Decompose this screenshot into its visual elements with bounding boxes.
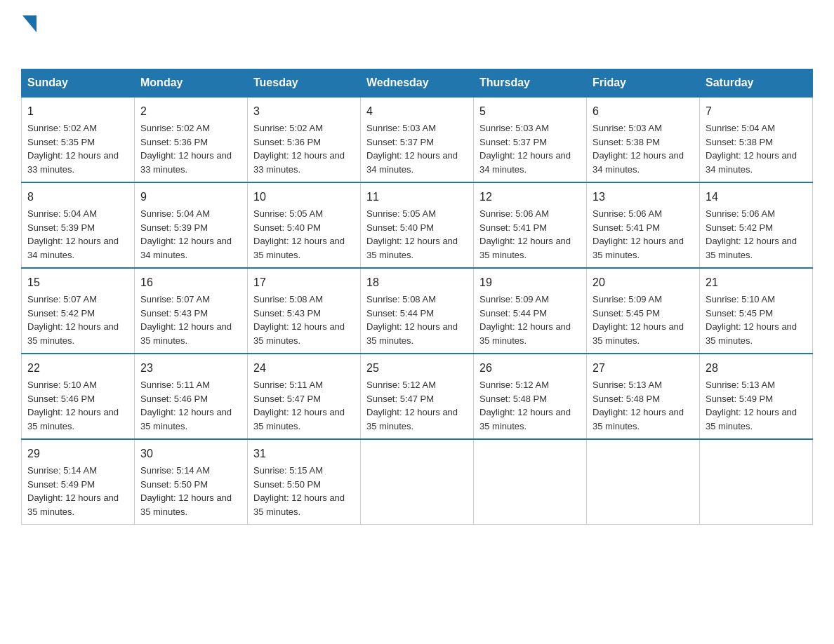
day-number: 31 [253,445,355,462]
header-tuesday: Tuesday [248,69,361,98]
sunset-text: Sunset: 5:48 PM [479,394,547,404]
sunset-text: Sunset: 5:45 PM [593,308,660,318]
sunset-text: Sunset: 5:49 PM [706,394,773,404]
sunset-text: Sunset: 5:43 PM [253,308,321,318]
sunset-text: Sunset: 5:40 PM [366,222,434,233]
calendar-cell: 17Sunrise: 5:08 AMSunset: 5:43 PMDayligh… [248,268,361,354]
daylight-text: Daylight: 12 hours and 35 minutes. [479,321,571,346]
calendar-cell [361,439,474,525]
day-number: 24 [253,360,355,377]
daylight-text: Daylight: 12 hours and 35 minutes. [366,407,458,431]
sunrise-text: Sunrise: 5:08 AM [366,294,436,304]
daylight-text: Daylight: 12 hours and 35 minutes. [140,321,232,346]
calendar-cell: 27Sunrise: 5:13 AMSunset: 5:48 PMDayligh… [587,354,700,439]
logo-triangle-icon [22,15,37,32]
calendar-cell [474,439,587,525]
sunset-text: Sunset: 5:45 PM [706,308,773,318]
calendar-cell: 24Sunrise: 5:11 AMSunset: 5:47 PMDayligh… [248,354,361,439]
sunrise-text: Sunrise: 5:11 AM [140,380,210,390]
day-number: 11 [366,189,468,206]
sunrise-text: Sunrise: 5:03 AM [479,123,549,133]
calendar-week-row: 1Sunrise: 5:02 AMSunset: 5:35 PMDaylight… [22,97,813,182]
day-number: 22 [27,360,128,377]
sunset-text: Sunset: 5:44 PM [479,308,547,318]
daylight-text: Daylight: 12 hours and 35 minutes. [27,407,119,431]
daylight-text: Daylight: 12 hours and 35 minutes. [593,407,684,431]
page-header [21,14,813,55]
day-number: 7 [706,103,807,120]
sunrise-text: Sunrise: 5:03 AM [593,123,662,133]
sunset-text: Sunset: 5:47 PM [366,394,434,404]
day-number: 4 [366,103,468,120]
calendar-cell: 16Sunrise: 5:07 AMSunset: 5:43 PMDayligh… [135,268,248,354]
sunrise-text: Sunrise: 5:04 AM [27,208,97,219]
calendar-week-row: 22Sunrise: 5:10 AMSunset: 5:46 PMDayligh… [22,354,813,439]
calendar-cell: 10Sunrise: 5:05 AMSunset: 5:40 PMDayligh… [248,182,361,268]
sunset-text: Sunset: 5:44 PM [366,308,434,318]
day-number: 1 [27,103,128,120]
daylight-text: Daylight: 12 hours and 35 minutes. [253,492,345,517]
calendar-cell: 7Sunrise: 5:04 AMSunset: 5:38 PMDaylight… [700,97,813,182]
sunset-text: Sunset: 5:38 PM [706,137,773,147]
calendar-cell [587,439,700,525]
calendar-cell: 14Sunrise: 5:06 AMSunset: 5:42 PMDayligh… [700,182,813,268]
sunset-text: Sunset: 5:42 PM [706,222,773,233]
day-number: 15 [27,274,128,291]
calendar-cell: 22Sunrise: 5:10 AMSunset: 5:46 PMDayligh… [22,354,135,439]
daylight-text: Daylight: 12 hours and 35 minutes. [253,236,345,260]
day-number: 12 [479,189,581,206]
sunrise-text: Sunrise: 5:13 AM [593,380,662,390]
sunrise-text: Sunrise: 5:04 AM [140,208,210,219]
sunset-text: Sunset: 5:47 PM [253,394,321,404]
header-wednesday: Wednesday [361,69,474,98]
sunset-text: Sunset: 5:48 PM [593,394,660,404]
daylight-text: Daylight: 12 hours and 34 minutes. [27,236,119,260]
daylight-text: Daylight: 12 hours and 35 minutes. [140,492,232,517]
daylight-text: Daylight: 12 hours and 35 minutes. [706,321,797,346]
day-number: 21 [706,274,807,291]
daylight-text: Daylight: 12 hours and 35 minutes. [479,236,571,260]
sunrise-text: Sunrise: 5:06 AM [706,208,775,219]
day-number: 30 [140,445,241,462]
calendar-cell: 21Sunrise: 5:10 AMSunset: 5:45 PMDayligh… [700,268,813,354]
day-number: 27 [593,360,694,377]
sunset-text: Sunset: 5:46 PM [140,394,208,404]
sunset-text: Sunset: 5:37 PM [366,137,434,147]
daylight-text: Daylight: 12 hours and 35 minutes. [253,407,345,431]
sunset-text: Sunset: 5:36 PM [253,137,321,147]
sunrise-text: Sunrise: 5:15 AM [253,465,323,476]
sunrise-text: Sunrise: 5:06 AM [593,208,662,219]
calendar-cell: 4Sunrise: 5:03 AMSunset: 5:37 PMDaylight… [361,97,474,182]
daylight-text: Daylight: 12 hours and 35 minutes. [140,407,232,431]
calendar-cell: 25Sunrise: 5:12 AMSunset: 5:47 PMDayligh… [361,354,474,439]
header-monday: Monday [135,69,248,98]
calendar-cell: 5Sunrise: 5:03 AMSunset: 5:37 PMDaylight… [474,97,587,182]
day-number: 28 [706,360,807,377]
day-number: 20 [593,274,694,291]
sunrise-text: Sunrise: 5:08 AM [253,294,323,304]
calendar-cell: 29Sunrise: 5:14 AMSunset: 5:49 PMDayligh… [22,439,135,525]
daylight-text: Daylight: 12 hours and 34 minutes. [479,150,571,175]
sunrise-text: Sunrise: 5:10 AM [706,294,775,304]
day-number: 10 [253,189,355,206]
sunset-text: Sunset: 5:50 PM [253,479,321,490]
sunrise-text: Sunrise: 5:07 AM [140,294,210,304]
header-sunday: Sunday [22,69,135,98]
day-number: 6 [593,103,694,120]
logo [21,14,37,55]
calendar-cell: 30Sunrise: 5:14 AMSunset: 5:50 PMDayligh… [135,439,248,525]
day-number: 16 [140,274,241,291]
day-number: 29 [27,445,128,462]
day-number: 3 [253,103,355,120]
daylight-text: Daylight: 12 hours and 34 minutes. [706,150,797,175]
calendar-cell: 31Sunrise: 5:15 AMSunset: 5:50 PMDayligh… [248,439,361,525]
calendar-cell: 8Sunrise: 5:04 AMSunset: 5:39 PMDaylight… [22,182,135,268]
calendar-cell: 6Sunrise: 5:03 AMSunset: 5:38 PMDaylight… [587,97,700,182]
sunrise-text: Sunrise: 5:07 AM [27,294,97,304]
sunrise-text: Sunrise: 5:14 AM [27,465,97,476]
sunrise-text: Sunrise: 5:06 AM [479,208,549,219]
calendar-header-row: SundayMondayTuesdayWednesdayThursdayFrid… [22,69,813,98]
sunrise-text: Sunrise: 5:02 AM [253,123,323,133]
calendar-cell: 28Sunrise: 5:13 AMSunset: 5:49 PMDayligh… [700,354,813,439]
sunset-text: Sunset: 5:46 PM [27,394,95,404]
